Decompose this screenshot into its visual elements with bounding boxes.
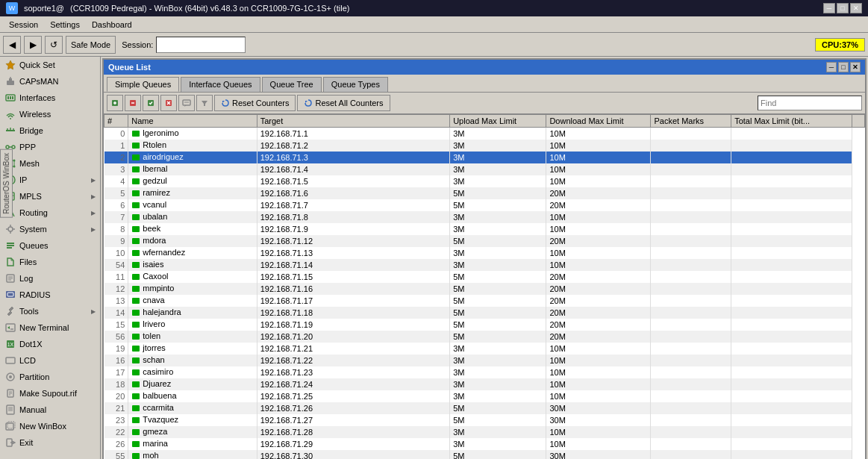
- tab-interface-queues[interactable]: Interface Queues: [181, 77, 260, 92]
- sidebar-item-make-supout[interactable]: Make Supout.rif: [0, 385, 100, 402]
- sidebar-item-manual[interactable]: Manual: [0, 402, 100, 418]
- table-row[interactable]: 12 mmpinto 192.168.71.16 5M 20M: [104, 283, 865, 295]
- col-target[interactable]: Target: [257, 115, 450, 128]
- sidebar-item-quick-set[interactable]: Quick Set: [0, 57, 100, 73]
- find-input[interactable]: [758, 96, 862, 110]
- col-num[interactable]: #: [104, 115, 128, 128]
- sidebar-item-wireless[interactable]: Wireless: [0, 106, 100, 122]
- col-marks[interactable]: Packet Marks: [651, 115, 731, 128]
- table-row[interactable]: 11 Caxool 192.168.71.15 5M 20M: [104, 271, 865, 283]
- svg-rect-5: [7, 96, 9, 99]
- sidebar-item-queues[interactable]: Queues: [0, 237, 100, 254]
- sidebar-item-log[interactable]: Log: [0, 270, 100, 287]
- comment-button[interactable]: [178, 95, 195, 111]
- col-total[interactable]: Total Max Limit (bit...: [731, 115, 852, 128]
- cell-marks: [651, 235, 731, 247]
- cell-marks: [651, 343, 731, 355]
- svg-marker-72: [222, 101, 225, 103]
- table-row[interactable]: 8 beek 192.168.71.9 3M 10M: [104, 223, 865, 235]
- queue-maximize-button[interactable]: □: [838, 62, 849, 72]
- cell-download: 30M: [546, 414, 651, 426]
- sidebar-item-tools[interactable]: Tools: [0, 303, 100, 319]
- cell-upload: 5M: [450, 331, 546, 343]
- enable-button[interactable]: [143, 95, 159, 111]
- table-row[interactable]: 17 casimiro 192.168.71.23 3M 10M: [104, 366, 865, 378]
- sidebar-item-interfaces[interactable]: Interfaces: [0, 90, 100, 106]
- sidebar-label: Dot1X: [19, 340, 43, 349]
- table-row[interactable]: 23 Tvazquez 192.168.71.27 5M 30M: [104, 414, 865, 426]
- tab-queue-types[interactable]: Queue Types: [323, 77, 388, 92]
- reset-counters-button[interactable]: Reset Counters: [214, 95, 296, 111]
- table-row[interactable]: 3 lbernal 192.168.71.4 3M 10M: [104, 163, 865, 175]
- sidebar-item-new-winbox[interactable]: New WinBox: [0, 418, 100, 434]
- app-icon: W: [6, 2, 18, 14]
- sidebar-item-dot1x[interactable]: 1X Dot1X: [0, 336, 100, 352]
- table-row[interactable]: 18 Djuarez 192.168.71.24 3M 10M: [104, 378, 865, 390]
- safe-mode-button[interactable]: Safe Mode: [66, 36, 116, 54]
- table-row[interactable]: 13 cnava 192.168.71.17 5M 20M: [104, 295, 865, 307]
- cell-name: beek: [128, 223, 257, 235]
- table-row[interactable]: 54 isaies 192.168.71.14 3M 10M: [104, 259, 865, 271]
- table-row[interactable]: 19 jtorres 192.168.71.21 3M 10M: [104, 343, 865, 355]
- table-row[interactable]: 10 wfernandez 192.168.71.13 3M 10M: [104, 247, 865, 259]
- cell-marks: [651, 331, 731, 343]
- menu-session[interactable]: Session: [3, 19, 44, 31]
- files-icon: [4, 256, 16, 268]
- close-button[interactable]: ✕: [850, 3, 862, 13]
- table-row[interactable]: 20 balbuena 192.168.71.25 3M 10M: [104, 390, 865, 402]
- table-row[interactable]: 6 vcanul 192.168.71.7 5M 20M: [104, 199, 865, 211]
- sidebar-item-bridge[interactable]: Bridge: [0, 122, 100, 139]
- table-row[interactable]: 9 mdora 192.168.71.12 5M 20M: [104, 235, 865, 247]
- sidebar-item-mpls[interactable]: MPLS: [0, 188, 100, 204]
- sidebar-item-capsman[interactable]: CAPsMAN: [0, 73, 100, 90]
- sidebar-item-system[interactable]: System: [0, 221, 100, 237]
- forward-button[interactable]: ▶: [24, 36, 42, 54]
- sidebar-item-routing[interactable]: Routing: [0, 204, 100, 221]
- table-container: # Name Target Upload Max Limit Download …: [104, 114, 865, 459]
- col-upload[interactable]: Upload Max Limit: [450, 115, 546, 128]
- sidebar-item-new-terminal[interactable]: New Terminal: [0, 319, 100, 336]
- reload-button[interactable]: ↺: [45, 36, 63, 54]
- table-row[interactable]: 22 gmeza 192.168.71.28 3M 10M: [104, 426, 865, 438]
- table-row[interactable]: 5 ramirez 192.168.71.6 5M 20M: [104, 187, 865, 199]
- filter-button[interactable]: [196, 95, 213, 111]
- reset-all-counters-button[interactable]: Reset All Counters: [297, 95, 390, 111]
- table-row[interactable]: 15 lrivero 192.168.71.19 5M 20M: [104, 319, 865, 331]
- col-download[interactable]: Download Max Limit: [546, 115, 651, 128]
- sidebar-item-ip[interactable]: IP: [0, 172, 100, 188]
- menu-dashboard[interactable]: Dashboard: [86, 19, 138, 31]
- menu-settings[interactable]: Settings: [44, 19, 86, 31]
- tab-queue-tree[interactable]: Queue Tree: [262, 77, 322, 92]
- sidebar-item-partition[interactable]: Partition: [0, 369, 100, 385]
- table-row[interactable]: 56 tolen 192.168.71.20 5M 20M: [104, 331, 865, 343]
- disable-button[interactable]: [160, 95, 177, 111]
- sidebar-item-ppp[interactable]: PPP: [0, 139, 100, 155]
- col-name[interactable]: Name: [128, 115, 257, 128]
- maximize-button[interactable]: □: [837, 3, 849, 13]
- tab-simple-queues[interactable]: Simple Queues: [107, 77, 179, 92]
- session-input[interactable]: [156, 37, 246, 53]
- minimize-button[interactable]: ─: [823, 3, 835, 13]
- table-row[interactable]: 21 ccarmita 192.168.71.26 5M 30M: [104, 402, 865, 414]
- cell-num: 5: [104, 187, 128, 199]
- cell-download: 20M: [546, 295, 651, 307]
- table-row[interactable]: 26 marina 192.168.71.29 3M 10M: [104, 438, 865, 450]
- table-row[interactable]: 16 schan 192.168.71.22 3M 10M: [104, 355, 865, 366]
- table-row[interactable]: 14 halejandra 192.168.71.18 5M 20M: [104, 307, 865, 319]
- table-row[interactable]: 4 gedzul 192.168.71.5 3M 10M: [104, 175, 865, 187]
- queue-minimize-button[interactable]: ─: [826, 62, 837, 72]
- table-row[interactable]: 7 ubalan 192.168.71.8 3M 10M: [104, 211, 865, 223]
- sidebar-item-exit[interactable]: Exit: [0, 434, 100, 451]
- table-row[interactable]: 2 airodriguez 192.168.71.3 3M 10M: [104, 152, 865, 163]
- table-row[interactable]: 1 Rtolen 192.168.71.2 3M 10M: [104, 140, 865, 152]
- back-button[interactable]: ◀: [3, 36, 21, 54]
- add-button[interactable]: [107, 95, 123, 111]
- sidebar-item-lcd[interactable]: LCD: [0, 352, 100, 369]
- table-row[interactable]: 55 moh 192.168.71.30 5M 30M: [104, 450, 865, 460]
- sidebar-item-radius[interactable]: RADIUS: [0, 287, 100, 303]
- remove-button[interactable]: [125, 95, 141, 111]
- sidebar-item-files[interactable]: Files: [0, 254, 100, 270]
- sidebar-item-mesh[interactable]: Mesh: [0, 155, 100, 172]
- queue-close-button[interactable]: ✕: [850, 62, 861, 72]
- table-row[interactable]: 0 lgeronimo 192.168.71.1 3M 10M: [104, 128, 865, 140]
